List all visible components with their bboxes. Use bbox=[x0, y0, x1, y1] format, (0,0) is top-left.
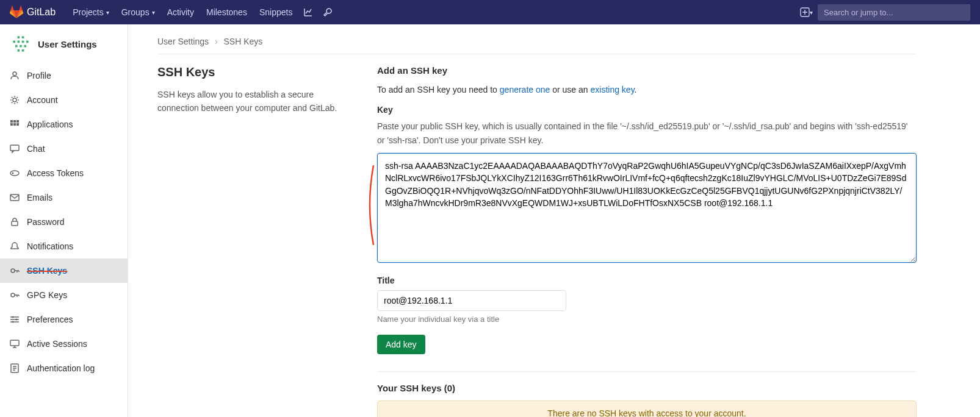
nav-milestones[interactable]: Milestones bbox=[200, 0, 253, 24]
breadcrumb: User Settings › SSH Keys bbox=[157, 34, 917, 54]
account-icon bbox=[10, 95, 20, 105]
add-key-button[interactable]: Add key bbox=[377, 335, 425, 354]
sidebar-item-label: Password bbox=[27, 217, 64, 227]
plus-icon bbox=[800, 7, 810, 17]
add-key-heading: Add an SSH key bbox=[377, 65, 917, 76]
top-navbar: GitLab Projects ▾ Groups ▾ Activity Mile… bbox=[0, 0, 980, 24]
svg-rect-20 bbox=[10, 33, 32, 55]
breadcrumb-root[interactable]: User Settings bbox=[157, 37, 209, 46]
emails-icon bbox=[10, 193, 20, 202]
ssh-key-textarea[interactable] bbox=[377, 153, 917, 263]
sidebar-item-label: Preferences bbox=[27, 315, 73, 324]
sidebar-item-ssh-keys[interactable]: SSH Keys bbox=[0, 258, 128, 283]
sidebar-title: User Settings bbox=[38, 39, 97, 49]
form-column: Add an SSH key To add an SSH key you nee… bbox=[377, 65, 917, 417]
profile-icon bbox=[10, 71, 20, 80]
key-title-input[interactable] bbox=[377, 290, 566, 311]
generate-key-link[interactable]: generate one bbox=[500, 85, 550, 94]
wrench-icon bbox=[323, 7, 333, 17]
tanuki-icon bbox=[10, 5, 23, 19]
key-icon bbox=[10, 290, 20, 300]
sidebar-item-preferences[interactable]: Preferences bbox=[0, 307, 128, 332]
svg-rect-30 bbox=[18, 49, 20, 52]
sessions-icon bbox=[10, 339, 20, 349]
key-field-label: Key bbox=[377, 105, 917, 115]
key-field-help: Paste your public SSH key, which is usua… bbox=[377, 119, 917, 147]
chevron-down-icon: ▾ bbox=[152, 9, 155, 16]
svg-rect-24 bbox=[18, 41, 20, 43]
nav-new-dropdown[interactable]: ▾ bbox=[795, 0, 818, 24]
gitlab-logo[interactable]: GitLab bbox=[10, 5, 56, 19]
notif-icon bbox=[10, 241, 20, 251]
add-key-help: To add an SSH key you need to generate o… bbox=[377, 83, 917, 96]
nav-projects[interactable]: Projects ▾ bbox=[67, 0, 115, 24]
sidebar-item-label: Authentication log bbox=[27, 363, 95, 373]
title-field-label: Title bbox=[377, 276, 917, 285]
svg-rect-26 bbox=[26, 41, 29, 43]
sidebar-item-label: SSH Keys bbox=[27, 266, 67, 276]
svg-rect-27 bbox=[15, 45, 18, 48]
chart-icon bbox=[303, 7, 313, 17]
page-heading: SSH Keys bbox=[157, 65, 340, 79]
sidebar-item-applications[interactable]: Applications bbox=[0, 112, 128, 137]
brand-text: GitLab bbox=[27, 7, 56, 18]
sidebar-item-emails[interactable]: Emails bbox=[0, 185, 128, 210]
chat-icon bbox=[10, 144, 20, 154]
sidebar-item-access-tokens[interactable]: Access Tokens bbox=[0, 161, 128, 185]
search-input[interactable] bbox=[818, 4, 970, 21]
sidebar-item-label: Chat bbox=[27, 144, 45, 154]
sidebar-item-label: Access Tokens bbox=[27, 168, 84, 178]
title-hint: Name your individual key via a title bbox=[377, 315, 917, 324]
sidebar-item-label: GPG Keys bbox=[27, 290, 67, 300]
sidebar-item-authentication-log[interactable]: Authentication log bbox=[0, 356, 128, 380]
nav-analytics[interactable] bbox=[298, 0, 318, 24]
sidebar-item-profile[interactable]: Profile bbox=[0, 63, 128, 88]
sidebar-item-label: Account bbox=[27, 95, 58, 105]
svg-rect-22 bbox=[22, 36, 24, 38]
sidebar-item-notifications[interactable]: Notifications bbox=[0, 234, 128, 258]
svg-rect-25 bbox=[22, 41, 24, 43]
sidebar-item-label: Notifications bbox=[27, 241, 73, 251]
key-icon bbox=[10, 266, 20, 276]
svg-rect-31 bbox=[22, 49, 24, 52]
annotation-mark bbox=[365, 164, 376, 246]
chevron-down-icon: ▾ bbox=[106, 9, 109, 16]
breadcrumb-leaf: SSH Keys bbox=[224, 37, 263, 46]
password-icon bbox=[10, 217, 20, 227]
chevron-right-icon: › bbox=[215, 37, 218, 46]
sidebar-item-password[interactable]: Password bbox=[0, 210, 128, 234]
svg-rect-29 bbox=[24, 45, 26, 48]
sidebar-item-label: Applications bbox=[27, 119, 73, 129]
prefs-icon bbox=[10, 315, 20, 324]
sidebar-item-label: Profile bbox=[27, 71, 51, 80]
svg-rect-23 bbox=[13, 41, 15, 43]
settings-sidebar: User Settings ProfileAccountApplications… bbox=[0, 24, 128, 417]
page-intro-text: SSH keys allow you to establish a secure… bbox=[157, 88, 340, 115]
svg-rect-21 bbox=[18, 36, 20, 38]
sidebar-item-gpg-keys[interactable]: GPG Keys bbox=[0, 283, 128, 307]
no-keys-alert: There are no SSH keys with access to you… bbox=[377, 401, 917, 417]
sidebar-item-chat[interactable]: Chat bbox=[0, 137, 128, 161]
apps-icon bbox=[10, 119, 20, 129]
log-icon bbox=[10, 363, 20, 373]
your-keys-heading: Your SSH keys (0) bbox=[377, 383, 917, 393]
sidebar-item-active-sessions[interactable]: Active Sessions bbox=[0, 332, 128, 356]
intro-column: SSH Keys SSH keys allow you to establish… bbox=[157, 65, 340, 417]
sidebar-item-label: Emails bbox=[27, 193, 52, 202]
nav-groups[interactable]: Groups ▾ bbox=[115, 0, 161, 24]
nav-snippets[interactable]: Snippets bbox=[253, 0, 298, 24]
existing-key-link[interactable]: existing key bbox=[591, 85, 635, 94]
svg-rect-28 bbox=[20, 45, 22, 48]
main-content: User Settings › SSH Keys SSH Keys SSH ke… bbox=[128, 24, 946, 417]
nav-admin[interactable] bbox=[318, 0, 337, 24]
chevron-down-icon: ▾ bbox=[810, 9, 813, 16]
sidebar-item-account[interactable]: Account bbox=[0, 88, 128, 112]
nav-activity[interactable]: Activity bbox=[161, 0, 200, 24]
sidebar-item-label: Active Sessions bbox=[27, 339, 87, 349]
sidebar-header: User Settings bbox=[0, 24, 128, 63]
divider bbox=[377, 371, 917, 372]
user-avatar-icon bbox=[10, 33, 32, 55]
token-icon bbox=[10, 168, 20, 178]
